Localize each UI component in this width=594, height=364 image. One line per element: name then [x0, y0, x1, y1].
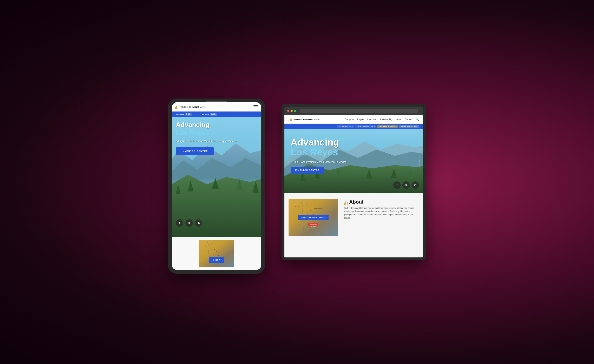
- desktop-linkedin-button[interactable]: in: [412, 181, 419, 189]
- desktop-ticker-label-2: OTCQX PRMNF: [357, 126, 369, 127]
- svg-point-11: [218, 255, 219, 256]
- desktop-logo-bars-icon: [289, 117, 292, 121]
- desktop-ticker-arrow-1: ▾: [352, 125, 353, 127]
- mobile-investor-centre-button[interactable]: INVESTOR CENTRE: [176, 147, 214, 155]
- mobile-map-svg: Sonora Chihuahua Durango Prime Mining: [199, 240, 234, 267]
- mobile-logo: PRIME MINING CORP.: [175, 105, 206, 109]
- mobile-ticker-value-1: 1.98 ▾: [185, 113, 192, 116]
- desktop-silver-ticker: SILVER PRICE 29.55: [399, 125, 419, 128]
- desktop-ticker-price-1: 2.00: [347, 125, 351, 127]
- desktop-hero-title: Advancing: [290, 137, 346, 147]
- about-bar-3: [347, 202, 348, 205]
- mobile-map-image: Sonora Chihuahua Durango Prime Mining VR…: [199, 240, 234, 267]
- scene: PRIME MINING CORP. TSX PRYM 1.98 ▾: [148, 70, 446, 294]
- desktop-vrify-button[interactable]: VRIFY PRESENTATION: [298, 215, 329, 220]
- logo-bar-3: [178, 107, 178, 109]
- svg-rect-9: [199, 240, 234, 267]
- mobile-map-section: Sonora Chihuahua Durango Prime Mining VR…: [172, 237, 261, 270]
- mobile-facebook-button[interactable]: f: [176, 219, 183, 227]
- nav-investors[interactable]: Investors: [367, 118, 376, 121]
- hamburger-icon[interactable]: [253, 105, 258, 108]
- mobile-notch: [206, 101, 227, 102]
- desktop-below-fold: Sonora Chihuahua Durango Prime Mining Lo…: [284, 193, 423, 258]
- scroll-indicator: Scroll: [419, 156, 420, 165]
- mobile-ticker-label-1: TSX PRYM: [174, 113, 184, 115]
- desktop-social-links: f 𝕏 in: [393, 181, 419, 189]
- mobile-linkedin-button[interactable]: in: [195, 219, 202, 227]
- nav-sustainability[interactable]: Sustainability: [379, 118, 392, 121]
- desktop-logo-bar-1: [289, 120, 289, 121]
- logo-bars-icon: [175, 105, 178, 109]
- svg-point-12: [214, 249, 215, 250]
- mobile-ticker-item-1: TSX PRYM 1.98 ▾: [174, 113, 192, 116]
- chrome-window-controls: [287, 110, 296, 112]
- svg-text:Sonora: Sonora: [295, 206, 300, 208]
- desktop-hero-section: Advancing Los Reyes A High Grade Preciou…: [284, 129, 423, 193]
- svg-point-10: [216, 251, 217, 252]
- mobile-hero-subtitle: Los Reyes: [176, 129, 257, 136]
- desktop-chrome-bar: [284, 106, 423, 115]
- mobile-ticker-bar: TSX PRYM 1.98 ▾ OTCQX PRMNF 1.46 ▾: [172, 112, 261, 117]
- desktop-screen: PRIME MINING CORP. Company Project Inves…: [284, 115, 423, 258]
- mobile-hero-title: Advancing: [176, 121, 257, 128]
- nav-project[interactable]: Project: [357, 118, 364, 121]
- mobile-vrify-button[interactable]: VRIFY: [209, 257, 224, 263]
- desktop-twitter-button[interactable]: 𝕏: [402, 181, 410, 189]
- mobile-ticker-price-1: 1.98: [186, 113, 190, 115]
- about-bar-1: [344, 203, 345, 205]
- nav-news[interactable]: News: [396, 118, 401, 121]
- svg-text:Chihuahua: Chihuahua: [218, 248, 223, 250]
- mobile-ticker-arrow-2: ▾: [215, 113, 216, 115]
- mobile-logo-name: PRIME MINING: [180, 106, 199, 108]
- mobile-hero-section: Advancing Los Reyes A High Grade Preciou…: [172, 117, 261, 237]
- desktop-gold-price: 2326.60: [390, 125, 397, 127]
- desktop-ticker-label-1: TSX PRYM: [338, 126, 347, 127]
- desktop-map-container: Sonora Chihuahua Durango Prime Mining Lo…: [289, 199, 338, 236]
- desktop-logo-text-container: PRIME MINING CORP.: [293, 118, 320, 121]
- desktop-facebook-button[interactable]: f: [393, 181, 401, 189]
- mobile-header: PRIME MINING CORP.: [172, 102, 261, 112]
- desktop-gold-label: GOLD PRICE: [379, 126, 389, 127]
- nav-contact[interactable]: Contact: [405, 118, 412, 121]
- svg-text:Prime Mining: Prime Mining: [310, 224, 316, 225]
- about-text: With a dedicated team of veteran explora…: [344, 206, 419, 220]
- desktop-ticker-bar: TSX PRYM 2.00 ▾ OTCQX PRMNF 1.46 ▾ GOLD …: [284, 124, 423, 129]
- search-icon[interactable]: 🔍: [415, 118, 419, 121]
- desktop-logo: PRIME MINING CORP.: [289, 117, 320, 121]
- desktop-gold-ticker: GOLD PRICE 2326.60: [377, 125, 398, 128]
- chrome-url-bar[interactable]: [300, 109, 418, 113]
- desktop-device: PRIME MINING CORP. Company Project Inves…: [282, 104, 426, 260]
- about-title: About: [349, 199, 363, 205]
- desktop-silver-price: 29.55: [412, 125, 417, 127]
- nav-company[interactable]: Company: [345, 118, 354, 121]
- desktop-investor-centre-button[interactable]: INVESTOR CENTRE: [290, 167, 324, 173]
- mobile-screen: PRIME MINING CORP. TSX PRYM 1.98 ▾: [172, 102, 261, 270]
- mobile-logo-corp: CORP.: [200, 106, 206, 108]
- desktop-map-image: Sonora Chihuahua Durango Prime Mining Lo…: [289, 199, 338, 236]
- mobile-ticker-label-2: OTCQX PRMNF: [195, 113, 209, 115]
- mobile-logo-text: PRIME MINING CORP.: [180, 105, 206, 109]
- about-bar-2: [345, 201, 346, 205]
- chrome-close-dot[interactable]: [287, 110, 289, 112]
- chrome-maximize-dot[interactable]: [294, 110, 296, 112]
- desktop-ticker-item-2: OTCQX PRMNF 1.46 ▾: [355, 125, 377, 128]
- desktop-hero-content: Advancing Los Reyes A High Grade Preciou…: [290, 137, 346, 173]
- svg-point-30: [310, 210, 310, 211]
- mobile-ticker-value-2: 1.46 ▾: [209, 113, 217, 116]
- mobile-twitter-button[interactable]: 𝕏: [185, 219, 193, 227]
- desktop-ticker-item-1: TSX PRYM 2.00 ▾: [337, 125, 354, 128]
- desktop-hero-description: A High Grade Precious Metals Discovery i…: [290, 161, 346, 163]
- desktop-nav-links: Company Project Investors Sustainability…: [345, 118, 419, 121]
- logo-bar-1: [175, 107, 176, 109]
- desktop-logo-name: PRIME MINING: [293, 118, 313, 121]
- mobile-ticker-item-2: OTCQX PRMNF 1.46 ▾: [195, 113, 217, 116]
- svg-text:Sonora: Sonora: [205, 246, 209, 248]
- desktop-silver-label: SILVER PRICE: [400, 126, 412, 127]
- desktop-ticker-price-2: 1.46: [370, 125, 373, 127]
- desktop-logo-bar-3: [291, 119, 292, 121]
- mobile-device: PRIME MINING CORP. TSX PRYM 1.98 ▾: [168, 99, 265, 274]
- svg-text:Chihuahua: Chihuahua: [314, 208, 322, 209]
- chrome-minimize-dot[interactable]: [290, 110, 293, 112]
- desktop-about-section: About With a dedicated team of veteran e…: [344, 199, 419, 220]
- mobile-social-links: f 𝕏 in: [176, 219, 202, 227]
